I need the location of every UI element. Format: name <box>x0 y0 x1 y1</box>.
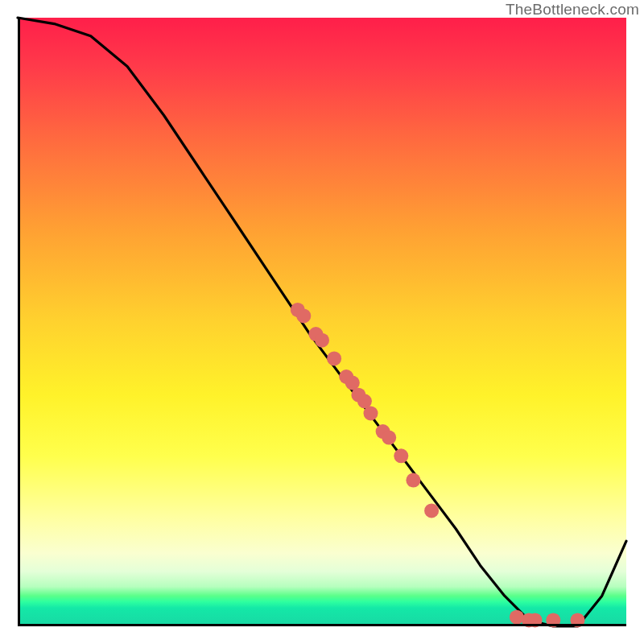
bottleneck-curve <box>18 18 626 626</box>
highlight-dot <box>394 448 408 463</box>
highlight-dot <box>424 503 439 518</box>
highlight-dots-group <box>291 303 585 628</box>
highlight-dot <box>327 351 341 365</box>
highlight-dot <box>296 308 311 323</box>
curve-layer <box>18 18 626 626</box>
highlight-dot <box>406 473 420 488</box>
highlight-dot <box>315 333 329 348</box>
highlight-dot <box>510 610 524 625</box>
x-axis-line <box>18 624 626 626</box>
highlight-dot <box>382 431 396 445</box>
watermark-text: TheBottleneck.com <box>506 1 639 19</box>
chart-container: TheBottleneck.com <box>0 0 644 644</box>
y-axis-line <box>18 18 20 626</box>
plot-area <box>18 18 626 626</box>
highlight-dot <box>364 406 378 420</box>
